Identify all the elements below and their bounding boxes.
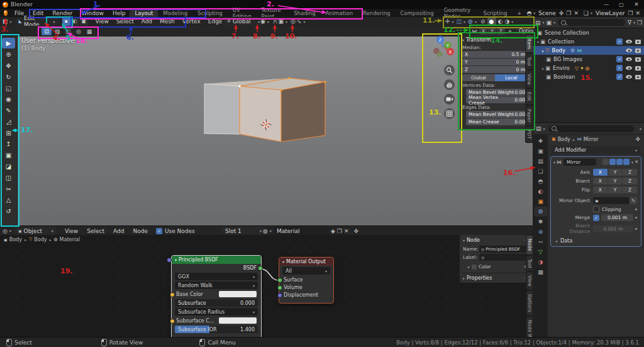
tab-render[interactable]: ▣ (534, 146, 547, 156)
displacement-socket[interactable] (277, 293, 282, 298)
expand-icon[interactable]: ▸ (463, 276, 465, 280)
properties-search-input[interactable] (548, 125, 635, 132)
workspace-tab-layout[interactable]: Layout (130, 9, 158, 17)
collapse-icon[interactable]: ▾ (175, 258, 177, 262)
outliner-display-mode-icon[interactable]: ▤ (535, 20, 541, 26)
sidebar-tab-node-wrangler[interactable]: Node Wrangler (526, 316, 533, 337)
sidebar-tab-item[interactable]: Item (525, 35, 533, 53)
subsurface-method-dropdown[interactable]: Random Walk▾ (175, 282, 258, 289)
sidebar-tab-view[interactable]: View (525, 70, 533, 89)
select-circle-tool-icon[interactable]: ◫ (63, 27, 73, 35)
workspace-tab-geometry-nodes[interactable]: Geometry Nodes (439, 9, 479, 17)
editor-type-icon[interactable]: ▤ (536, 125, 541, 132)
overlays-toggle-icon[interactable]: ◫ (457, 18, 462, 25)
workspace-tab-sculpting[interactable]: Sculpting (192, 9, 228, 17)
new-viewlayer-icon[interactable]: ❐ (628, 10, 633, 16)
bisect-y-button[interactable]: Y (608, 178, 623, 185)
mean-vertex-crease-field[interactable]: Mean Vertex Crease0.00 (466, 96, 528, 103)
merge-distance-field[interactable]: 0.001 m (601, 214, 633, 221)
tab-view-layer[interactable]: ❏ (534, 166, 547, 176)
viewlayer-selector[interactable]: ViewLayer (596, 10, 625, 16)
menu-add[interactable]: Add (138, 18, 156, 25)
tab-physics[interactable]: ⊚ (534, 227, 547, 237)
outliner-row-bg-images[interactable]: ▣ BG Images ✓ (533, 55, 644, 64)
menu-add[interactable]: Add (109, 228, 128, 234)
transform-orientation-dropdown[interactable]: ✛ Global ▾ (224, 18, 263, 26)
distribution-dropdown[interactable]: GGX▾ (175, 273, 258, 280)
median-y-field[interactable]: Y0 m (462, 59, 528, 65)
collapse-icon[interactable]: ▾ (282, 259, 284, 264)
bisect-distance-field[interactable]: 0.001 m (593, 225, 633, 232)
knife-tool[interactable]: ✂ (2, 184, 15, 195)
add-cube-tool[interactable]: ⊞ (2, 128, 15, 139)
median-z-field[interactable]: Z0 m (462, 66, 528, 73)
zoom-view-button[interactable] (444, 65, 455, 76)
minimize-button[interactable]: — (599, 1, 614, 8)
material-output-node[interactable]: ▾ Material Output All▾ Surface Volume Di… (279, 257, 334, 304)
tweak-tool-icon[interactable]: ⊡ (42, 27, 52, 35)
clipping-checkbox[interactable] (593, 206, 599, 212)
filter-funnel-icon[interactable]: ∇ (628, 20, 631, 26)
hide-eye-icon[interactable] (626, 57, 632, 61)
menu-select[interactable]: Select (113, 18, 138, 25)
sidebar-tab-view[interactable]: View (526, 271, 533, 290)
pivot-point-icon[interactable]: ◉ (260, 18, 265, 25)
tab-texture[interactable]: ▩ (534, 267, 547, 277)
expand-icon[interactable]: ▸ (542, 48, 544, 53)
base-color-socket[interactable] (170, 292, 175, 297)
pin-icon[interactable]: ✜ (353, 228, 358, 234)
mode-dropdown[interactable]: ◣ Edit Mode ▾ (16, 18, 58, 26)
tab-object-data[interactable]: ▽ (534, 247, 547, 257)
fake-user-shield-icon[interactable]: ◈ (331, 228, 335, 234)
collection-checkbox[interactable]: ✓ (616, 38, 623, 45)
menu-render[interactable]: Render (48, 10, 77, 16)
shading-material-icon[interactable]: ◐ (498, 18, 503, 25)
menu-view[interactable]: View (60, 228, 82, 234)
scene-selector[interactable]: Scene (538, 10, 555, 16)
sidebar-tab-pdt[interactable]: PDT (525, 126, 533, 143)
menu-window[interactable]: Window (77, 10, 108, 16)
hide-eye-icon[interactable] (626, 75, 632, 79)
properties-panel-label[interactable]: Properties (467, 275, 492, 281)
node-name-field[interactable]: ◎ Principled BSDF (479, 246, 528, 253)
material-name-field[interactable]: Material (274, 227, 329, 235)
shading-wireframe-icon[interactable]: ⊘ (480, 18, 486, 25)
new-material-icon[interactable]: ❐ (337, 228, 342, 234)
move-tool[interactable]: ✥ (2, 60, 15, 71)
gizmo-toggle-icon[interactable]: ✛ (445, 18, 450, 25)
workspace-tab-shading[interactable]: Shading (289, 9, 321, 17)
workspace-tab-texture-paint[interactable]: Texture Paint (256, 9, 289, 17)
slot-dropdown[interactable]: Slot 1 ▾ (222, 227, 265, 235)
mirror-tool-icon[interactable]: ⋈ (472, 28, 477, 35)
breadcrumb-object[interactable]: Body (558, 137, 570, 142)
sidebar-tab-tool[interactable]: Tool (526, 255, 533, 272)
tab-material[interactable]: ◑ (534, 257, 547, 267)
pan-view-button[interactable] (444, 79, 455, 90)
select-lasso-tool-icon[interactable]: ◎ (74, 27, 84, 35)
subsurface-color-socket[interactable] (170, 319, 175, 324)
shading-solid-icon[interactable]: ● (487, 18, 496, 25)
measure-tool[interactable]: ◿ (2, 117, 15, 127)
snap-magnet-icon[interactable]: ∩ (273, 18, 277, 25)
select-box-tool-icon[interactable]: ▧ (52, 27, 62, 35)
menu-select[interactable]: Select (82, 228, 109, 234)
outliner-row-collection[interactable]: ▾ ▣ Collection ✓ (533, 37, 644, 46)
camera-view-button[interactable] (444, 94, 455, 105)
collection-checkbox[interactable]: ✓ (616, 56, 623, 62)
render-camera-icon[interactable] (635, 40, 641, 44)
mirror-y-button[interactable]: Y (488, 28, 496, 35)
new-scene-icon[interactable]: ❐ (566, 10, 571, 16)
bisect-z-button[interactable]: Z (623, 178, 637, 185)
menu-view[interactable]: View (92, 18, 113, 25)
add-workspace-button[interactable]: + (512, 9, 526, 17)
breadcrumb-modifier[interactable]: Mirror (584, 137, 599, 142)
outliner-search-input[interactable] (558, 19, 625, 26)
outliner-row-body[interactable]: ▸ ▽ Body ⚙ ⋈ (533, 46, 644, 55)
color-swatch[interactable] (472, 265, 477, 270)
local-button[interactable]: Local (495, 74, 528, 81)
loop-cut-tool[interactable]: ◫ (2, 173, 15, 183)
viewlayer-icon[interactable]: ❏ (584, 10, 589, 16)
falloff-curve-icon[interactable]: ∿ (297, 18, 302, 25)
subsurface-radius-dropdown[interactable]: Subsurface Radius▾ (175, 308, 258, 316)
subsurface-radius-socket[interactable] (167, 258, 172, 263)
